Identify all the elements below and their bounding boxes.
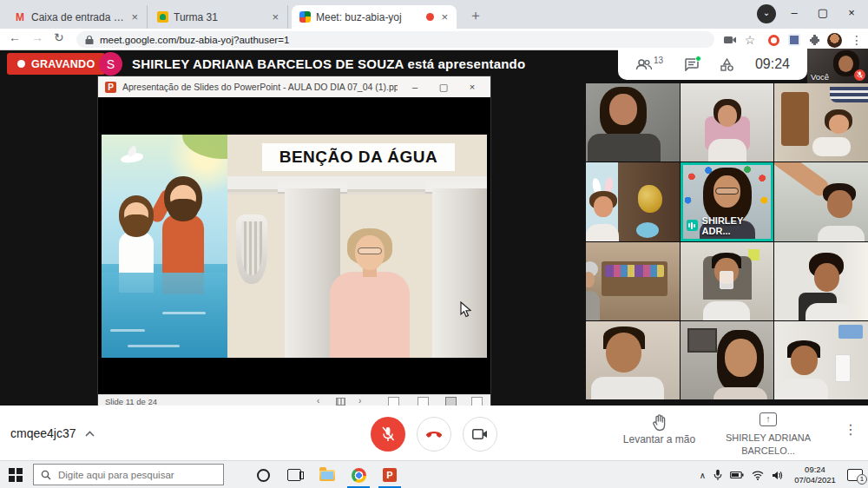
presenter-avatar: S: [99, 52, 122, 76]
tray-expand-icon[interactable]: ∧: [700, 471, 706, 480]
video-tile[interactable]: [774, 83, 868, 162]
ppt-maximize-button[interactable]: ▢: [432, 82, 455, 93]
self-view-thumbnail[interactable]: Você: [807, 49, 868, 83]
mic-mute-button[interactable]: [371, 417, 405, 452]
tray-mic-icon[interactable]: [713, 469, 722, 481]
wall-sconce: [236, 214, 267, 284]
meeting-details-button[interactable]: cmqee4jc37: [10, 426, 95, 440]
wifi-icon[interactable]: [752, 471, 764, 480]
task-view-button[interactable]: [285, 466, 304, 484]
chrome-taskbar-button[interactable]: [349, 466, 368, 484]
window-maximize-button[interactable]: ▢: [810, 2, 836, 24]
tab-title: Turma 31: [174, 11, 265, 23]
volume-icon[interactable]: [772, 471, 783, 480]
tab-classroom[interactable]: Turma 31 ×: [149, 5, 288, 29]
powerpoint-titlebar[interactable]: P Apresentação de Slides do PowerPoint -…: [98, 76, 490, 97]
extensions-puzzle-icon[interactable]: [807, 32, 823, 48]
refresh-button[interactable]: ↻: [54, 30, 64, 44]
ppt-close-button[interactable]: ×: [461, 82, 483, 92]
participant-grid: SHIRLEY ADR...: [586, 83, 868, 399]
lock-icon: [85, 35, 94, 45]
cortana-button[interactable]: [253, 466, 273, 484]
powerpoint-icon: P: [383, 468, 397, 482]
window-close-button[interactable]: ×: [838, 2, 865, 24]
tab-media-icon[interactable]: [722, 32, 738, 48]
profile-avatar[interactable]: [826, 32, 842, 48]
tab-gmail[interactable]: M Caixa de entrada (647) - 100491 ×: [7, 5, 148, 29]
chat-button[interactable]: [684, 58, 699, 71]
activities-button[interactable]: [720, 58, 734, 71]
chat-unread-dot: [695, 56, 701, 62]
meet-clock: 09:24: [755, 56, 790, 72]
video-tile[interactable]: [586, 83, 680, 162]
speaker-label: SHIRLEY ADR...: [687, 215, 774, 236]
search-input[interactable]: [58, 470, 206, 480]
video-tile[interactable]: [774, 162, 868, 241]
video-tile[interactable]: [681, 242, 774, 320]
classroom-icon: [156, 11, 168, 23]
mic-off-icon: [381, 426, 395, 442]
slide-menu-button[interactable]: [336, 398, 345, 406]
powerpoint-taskbar-button[interactable]: P: [380, 466, 399, 484]
prev-slide-button[interactable]: ‹: [317, 396, 319, 406]
camera-button[interactable]: [463, 417, 497, 452]
folder-icon: [319, 470, 335, 481]
raise-hand-button[interactable]: Levantar a mão: [618, 414, 700, 445]
more-options-button[interactable]: ⋮: [844, 421, 858, 438]
video-tile[interactable]: [774, 321, 868, 399]
battery-icon[interactable]: [730, 471, 744, 479]
video-tile[interactable]: [774, 242, 868, 320]
meeting-code: cmqee4jc37: [10, 426, 76, 440]
tab-recording-dot: [426, 13, 434, 21]
next-slide-button[interactable]: ›: [358, 396, 361, 406]
windows-search-box[interactable]: [33, 464, 224, 485]
browser-toolbar: ← → ↻ meet.google.com/buz-abia-yoj?authu…: [0, 29, 868, 50]
hand-icon: [652, 414, 667, 432]
back-button[interactable]: ←: [9, 30, 21, 44]
video-tile[interactable]: [586, 242, 680, 320]
recording-dot-icon: [17, 60, 25, 68]
video-tile-speaking[interactable]: SHIRLEY ADR...: [681, 162, 774, 241]
tab-close-icon[interactable]: ×: [439, 10, 450, 23]
hang-up-button[interactable]: [417, 417, 451, 452]
powerpoint-icon: P: [105, 82, 116, 93]
start-button[interactable]: [9, 468, 23, 482]
new-tab-button[interactable]: ＋: [469, 7, 483, 25]
powerpoint-window: P Apresentação de Slides do PowerPoint -…: [98, 76, 490, 408]
dove-icon: [120, 152, 143, 164]
slide-video-panel: BENÇÃO DA ÁGUA: [227, 135, 487, 358]
meet-header-pill: 13 09:24: [618, 49, 807, 80]
self-view-label: Você: [811, 72, 829, 82]
gmail-icon: M: [14, 11, 26, 23]
tab-close-icon[interactable]: ×: [129, 10, 140, 23]
system-tray: ∧ 09:24 07/04/2021 1: [700, 461, 868, 488]
ppt-minimize-button[interactable]: –: [404, 82, 426, 92]
browser-menu-icon[interactable]: ⋮: [849, 32, 865, 48]
extension-red-icon[interactable]: [766, 32, 781, 48]
recording-badge: GRAVANDO: [7, 53, 105, 75]
tab-meet-active[interactable]: Meet: buz-abia-yoj ×: [292, 5, 457, 29]
search-icon: [41, 470, 51, 480]
participants-button[interactable]: 13: [635, 58, 663, 70]
extension-screenshot-icon[interactable]: [786, 32, 802, 48]
video-tile[interactable]: [681, 321, 774, 399]
browser-notification-bubble[interactable]: ⌄: [757, 4, 776, 23]
participants-count: 13: [654, 56, 663, 65]
present-icon: [760, 412, 777, 426]
meet-stage: GRAVANDO S SHIRLEY ADRIANA BARCELOS DE S…: [0, 50, 868, 406]
taskbar-clock[interactable]: 09:24 07/04/2021: [791, 465, 839, 485]
forward-button[interactable]: →: [31, 30, 43, 44]
video-tile[interactable]: [586, 321, 680, 399]
video-tile[interactable]: [586, 162, 680, 241]
notification-center-button[interactable]: 1: [847, 469, 863, 481]
video-tile[interactable]: [681, 83, 774, 162]
desktop: M Caixa de entrada (647) - 100491 × Turm…: [0, 0, 868, 488]
bookmark-star-icon[interactable]: ☆: [742, 32, 758, 48]
meet-icon: [299, 11, 311, 23]
tab-close-icon[interactable]: ×: [270, 10, 280, 23]
raise-hand-label: Levantar a mão: [618, 433, 700, 445]
baptism-cartoon-image: [102, 135, 227, 358]
window-minimize-button[interactable]: –: [781, 2, 807, 24]
address-bar[interactable]: meet.google.com/buz-abia-yoj?authuser=1: [76, 31, 714, 48]
file-explorer-button[interactable]: [318, 466, 337, 484]
